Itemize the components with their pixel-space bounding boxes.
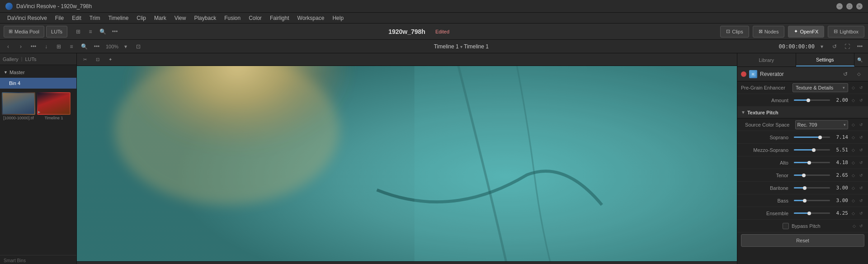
tenor-slider[interactable] <box>794 174 830 176</box>
bypass-pitch-reset-button[interactable]: ◇ <box>851 223 857 229</box>
amount-slider[interactable] <box>794 99 830 101</box>
timeline-name-label[interactable]: Timeline 1 <box>434 43 459 50</box>
tenor-reset-button[interactable]: ◇ <box>850 172 856 179</box>
bass-slider-handle[interactable] <box>803 199 807 203</box>
menu-trim[interactable]: Trim <box>86 14 104 22</box>
plugin-auto-icon[interactable]: ◇ <box>854 69 864 79</box>
bass-auto-button[interactable]: ↺ <box>858 198 864 204</box>
timeline-dropdown-icon[interactable]: ▾ <box>460 44 462 49</box>
edit-cut-button[interactable]: ✂ <box>80 55 90 65</box>
openfx-nav-tab[interactable]: ✦ OpenFX <box>788 26 824 38</box>
mezzo-soprano-slider-handle[interactable] <box>812 148 816 152</box>
menu-mark[interactable]: Mark <box>151 14 170 22</box>
menu-timeline[interactable]: Timeline <box>104 14 132 22</box>
menu-davinci-resolve[interactable]: DaVinci Resolve <box>4 14 51 22</box>
list-view-button[interactable]: ≡ <box>85 27 96 37</box>
source-color-space-dropdown[interactable]: Rec. 709 ▾ <box>795 120 849 129</box>
bass-slider[interactable] <box>794 200 830 201</box>
source-color-reset-button[interactable]: ◇ <box>850 122 856 128</box>
bin4-item[interactable]: Bin 4 <box>0 78 76 89</box>
baritone-auto-button[interactable]: ↺ <box>858 185 864 191</box>
soprano-auto-button[interactable]: ↺ <box>858 134 864 141</box>
library-tab[interactable]: Library <box>737 53 796 66</box>
more-options-icon[interactable]: ••• <box>91 42 102 52</box>
loop-button[interactable]: ↺ <box>829 42 840 52</box>
texture-pitch-section-header[interactable]: ▼ Texture Pitch <box>737 107 868 118</box>
fit-icon[interactable]: ⊡ <box>133 42 144 52</box>
media-pool-button[interactable]: ⊞ Media Pool <box>4 26 44 38</box>
mezzo-soprano-reset-button[interactable]: ◇ <box>850 147 856 153</box>
lightbox-nav-tab[interactable]: ⊟ Lightbox <box>828 26 864 38</box>
luts-button[interactable]: LUTs <box>46 26 67 38</box>
zoom-dropdown-button[interactable]: ▾ <box>120 42 131 52</box>
list-icon[interactable]: ≡ <box>66 42 77 52</box>
soprano-reset-button[interactable]: ◇ <box>850 134 856 141</box>
ensemble-auto-button[interactable]: ↺ <box>858 210 864 217</box>
soprano-slider-handle[interactable] <box>818 136 822 139</box>
back-nav-button[interactable]: ‹ <box>3 42 14 52</box>
soprano-slider[interactable] <box>794 137 830 138</box>
tenor-auto-button[interactable]: ↺ <box>858 172 864 179</box>
reset-all-button[interactable]: Reset <box>741 234 864 247</box>
master-bin[interactable]: ▼ Master <box>0 67 76 78</box>
search-button[interactable]: 🔍 <box>97 27 108 37</box>
amount-auto-button[interactable]: ↺ <box>858 97 864 104</box>
plugin-reset-icon[interactable]: ↺ <box>840 69 851 79</box>
pregrain-auto-button[interactable]: ↺ <box>858 85 864 91</box>
maximize-button[interactable]: □ <box>846 3 853 9</box>
pregrain-dropdown[interactable]: Texture & Details ▾ <box>793 83 848 92</box>
grid-icon[interactable]: ⊞ <box>53 42 64 52</box>
menu-workspace[interactable]: Workspace <box>294 14 328 22</box>
amount-reset-button[interactable]: ◇ <box>850 97 856 104</box>
search-right-button[interactable]: 🔍 <box>854 55 865 65</box>
menu-fairlight[interactable]: Fairlight <box>266 14 293 22</box>
more-nav-button[interactable]: ••• <box>28 42 39 52</box>
tenor-slider-handle[interactable] <box>802 174 806 177</box>
menu-view[interactable]: View <box>171 14 190 22</box>
alto-slider-handle[interactable] <box>807 161 811 165</box>
media-item-1[interactable]: ▶ Timeline 1 <box>37 92 71 120</box>
bass-reset-button[interactable]: ◇ <box>850 198 856 204</box>
ensemble-reset-button[interactable]: ◇ <box>850 210 856 217</box>
baritone-slider[interactable] <box>794 187 830 189</box>
clips-nav-tab[interactable]: ⊡ Clips <box>720 26 749 38</box>
close-button[interactable]: ✕ <box>856 3 863 9</box>
fwd-nav-button[interactable]: › <box>15 42 26 52</box>
menu-fusion[interactable]: Fusion <box>221 14 244 22</box>
alto-reset-button[interactable]: ◇ <box>850 160 856 166</box>
media-item-0[interactable]: [10000-10000].tif <box>2 92 35 120</box>
grid-view-button[interactable]: ⊞ <box>73 27 84 37</box>
more-timeline-options[interactable]: ••• <box>854 42 865 52</box>
source-color-auto-button[interactable]: ↺ <box>858 122 864 128</box>
fullscreen-button[interactable]: ⛶ <box>842 42 853 52</box>
ensemble-slider[interactable] <box>794 212 830 214</box>
nodes-nav-tab[interactable]: ⊠ Nodes <box>753 26 785 38</box>
minimize-button[interactable]: − <box>836 3 843 9</box>
bypass-pitch-checkbox[interactable] <box>783 223 789 229</box>
search-icon[interactable]: 🔍 <box>79 42 90 52</box>
more-options-button[interactable]: ••• <box>109 27 120 37</box>
edit-blade-button[interactable]: ✦ <box>105 55 116 65</box>
alto-auto-button[interactable]: ↺ <box>858 160 864 166</box>
mezzo-soprano-auto-button[interactable]: ↺ <box>858 147 864 153</box>
baritone-slider-handle[interactable] <box>803 186 807 190</box>
menu-clip[interactable]: Clip <box>133 14 150 22</box>
mezzo-soprano-slider[interactable] <box>794 149 830 151</box>
menu-help[interactable]: Help <box>329 14 347 22</box>
bypass-pitch-auto-button[interactable]: ↺ <box>858 223 864 229</box>
gallery-tab[interactable]: Gallery <box>3 57 19 62</box>
menu-playback[interactable]: Playback <box>190 14 220 22</box>
settings-tab[interactable]: Settings <box>796 53 855 66</box>
menu-color[interactable]: Color <box>245 14 265 22</box>
down-arrow-button[interactable]: ↓ <box>41 42 52 52</box>
alto-slider[interactable] <box>794 162 830 163</box>
baritone-reset-button[interactable]: ◇ <box>850 185 856 191</box>
ensemble-slider-handle[interactable] <box>807 212 811 215</box>
luts-tab[interactable]: LUTs <box>25 57 36 62</box>
edit-slip-button[interactable]: ⊡ <box>92 55 103 65</box>
menu-edit[interactable]: Edit <box>68 14 85 22</box>
timecode-dropdown-button[interactable]: ▾ <box>816 42 827 52</box>
pregrain-reset-button[interactable]: ◇ <box>850 85 856 91</box>
menu-file[interactable]: File <box>52 14 67 22</box>
amount-slider-handle[interactable] <box>807 99 810 102</box>
